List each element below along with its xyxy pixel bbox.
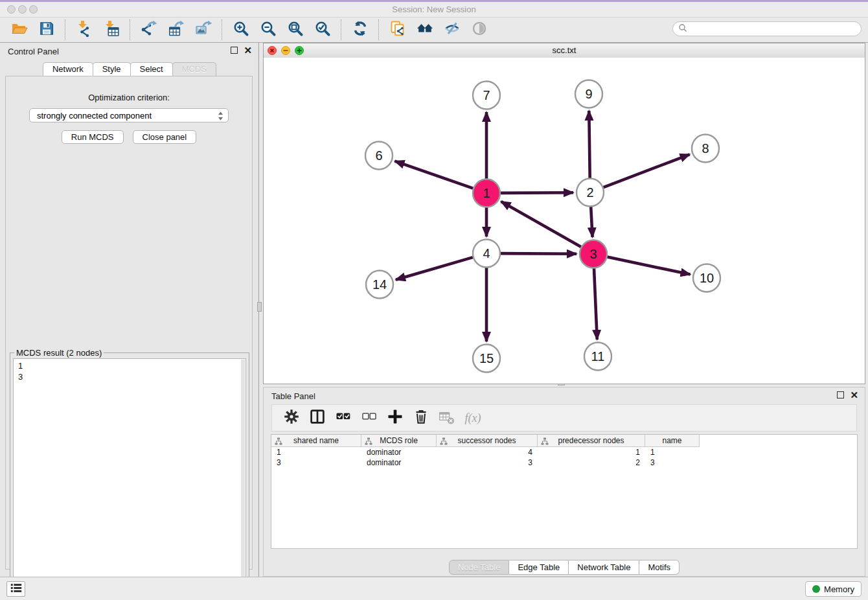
control-panel-close-icon[interactable]: ✕ [244, 47, 252, 54]
toolbar-show-hide-graphics-button[interactable] [442, 21, 462, 39]
node-label-11: 11 [591, 349, 605, 363]
tab-network-table[interactable]: Network Table [569, 560, 639, 575]
duplicate-network-icon [389, 20, 406, 40]
graph-node-9[interactable]: 9 [575, 80, 602, 108]
cell-shared-name[interactable]: 1 [271, 447, 361, 457]
edge-4-3[interactable] [501, 253, 577, 254]
cell-name[interactable]: 3 [645, 457, 700, 468]
run-mcds-button[interactable]: Run MCDS [62, 130, 124, 144]
table-panel-close-icon[interactable]: ✕ [850, 391, 858, 398]
toolbar-zoom-fit-button[interactable] [286, 21, 305, 39]
table-panel-title: Table Panel [271, 391, 315, 401]
zoom-in-icon [233, 20, 249, 40]
toolbar-open-file-button[interactable] [10, 21, 29, 39]
cell-predecessor-nodes[interactable]: 1 [538, 447, 645, 457]
table-toolbar-add-column-button[interactable] [385, 409, 405, 427]
edge-3-11[interactable] [594, 268, 597, 340]
network-canvas[interactable]: 7968124310141511 [264, 58, 865, 384]
toolbar-import-table-button[interactable] [102, 21, 121, 39]
toolbar-zoom-in-button[interactable] [231, 21, 251, 39]
edge-1-6[interactable] [395, 161, 474, 189]
table-toolbar-delete-column-button[interactable] [411, 409, 431, 427]
column-header-name[interactable]: name [645, 435, 700, 447]
edge-3-1[interactable] [501, 202, 581, 247]
tab-node-table[interactable]: Node Table [449, 560, 510, 575]
network-graph[interactable]: 7968124310141511 [264, 58, 865, 384]
task-history-button[interactable] [6, 581, 25, 597]
node-label-10: 10 [700, 271, 714, 285]
toolbar-separator [341, 19, 342, 40]
table-toolbar-deselect-all-button[interactable] [360, 409, 379, 427]
table-panel-float-icon[interactable] [837, 391, 844, 398]
column-header-shared-name[interactable]: shared name [271, 435, 361, 447]
graph-node-10[interactable]: 10 [693, 264, 720, 292]
column-type-icon [275, 437, 282, 448]
tab-select[interactable]: Select [130, 62, 173, 76]
graph-node-14[interactable]: 14 [366, 271, 393, 299]
table-toolbar-select-all-button[interactable] [334, 409, 353, 427]
node-label-9: 9 [585, 87, 592, 101]
open-file-icon [11, 20, 28, 40]
edge-2-9[interactable] [589, 111, 589, 178]
cell-name[interactable]: 1 [645, 447, 700, 457]
graph-node-2[interactable]: 2 [577, 179, 604, 207]
vertical-splitter-handle[interactable] [257, 302, 262, 312]
toolbar-save-button[interactable] [37, 21, 56, 39]
column-header-predecessor-nodes[interactable]: predecessor nodes [538, 435, 645, 447]
table-toolbar-gear-button[interactable] [282, 409, 301, 427]
mcds-result-text[interactable]: 1 3 [13, 358, 246, 594]
search-box[interactable] [672, 21, 862, 36]
tab-network[interactable]: Network [43, 62, 93, 76]
toolbar-zoom-out-button[interactable] [258, 21, 278, 39]
column-label: successor nodes [457, 436, 516, 445]
edge-4-14[interactable] [396, 257, 473, 280]
toolbar-home-button[interactable] [415, 21, 435, 39]
network-window-title: scc.txt [264, 45, 865, 55]
refresh-icon [352, 20, 369, 40]
toolbar-export-image-button[interactable] [194, 21, 213, 39]
toolbar-refresh-button[interactable] [350, 21, 370, 39]
cell-predecessor-nodes[interactable]: 2 [538, 457, 645, 468]
graph-node-15[interactable]: 15 [473, 345, 500, 373]
split-columns-icon [309, 408, 326, 428]
toolbar-zoom-selected-button[interactable] [313, 21, 332, 39]
column-header-mcds-role[interactable]: MCDS role [361, 435, 437, 447]
control-panel-title: Control Panel [8, 47, 59, 56]
tab-style[interactable]: Style [93, 62, 131, 76]
graph-node-4[interactable]: 4 [473, 240, 500, 268]
graph-node-7[interactable]: 7 [473, 82, 500, 110]
cell-mcds-role[interactable]: dominator [361, 447, 437, 457]
graph-node-1[interactable]: 1 [473, 179, 500, 207]
toolbar-duplicate-network-button[interactable] [388, 21, 407, 39]
tab-motifs[interactable]: Motifs [639, 560, 680, 575]
tab-edge-table[interactable]: Edge Table [509, 560, 569, 575]
edge-1-2[interactable] [501, 192, 573, 193]
graph-node-3[interactable]: 3 [580, 240, 607, 268]
close-panel-button[interactable]: Close panel [133, 130, 197, 144]
graph-node-6[interactable]: 6 [365, 142, 393, 170]
network-window-titlebar: scc.txt [264, 43, 865, 58]
table-toolbar-split-columns-button[interactable] [308, 409, 327, 427]
criterion-select[interactable]: strongly connected component [29, 108, 229, 122]
cell-successor-nodes[interactable]: 3 [437, 457, 538, 468]
tab-mcds[interactable]: MCDS [172, 62, 216, 76]
table-row[interactable]: 1dominator411 [271, 447, 857, 457]
search-input[interactable] [690, 24, 861, 34]
edge-2-8[interactable] [604, 154, 690, 187]
save-icon [38, 20, 55, 40]
toolbar-export-table-button[interactable] [166, 21, 186, 39]
toolbar-export-network-button[interactable] [139, 21, 159, 39]
cell-successor-nodes[interactable]: 4 [437, 447, 538, 457]
table-row[interactable]: 3dominator323 [271, 457, 857, 468]
column-header-successor-nodes[interactable]: successor nodes [437, 435, 538, 447]
memory-button[interactable]: Memory [805, 581, 862, 597]
cell-shared-name[interactable]: 3 [271, 457, 361, 468]
graph-node-8[interactable]: 8 [692, 135, 719, 163]
edge-2-3[interactable] [591, 207, 592, 237]
graph-node-11[interactable]: 11 [584, 343, 611, 371]
mcds-result-scrollbar[interactable] [241, 360, 245, 593]
toolbar-import-network-button[interactable] [74, 21, 94, 39]
control-panel-float-icon[interactable] [231, 47, 238, 54]
cell-mcds-role[interactable]: dominator [361, 457, 437, 468]
edge-3-10[interactable] [608, 257, 691, 275]
